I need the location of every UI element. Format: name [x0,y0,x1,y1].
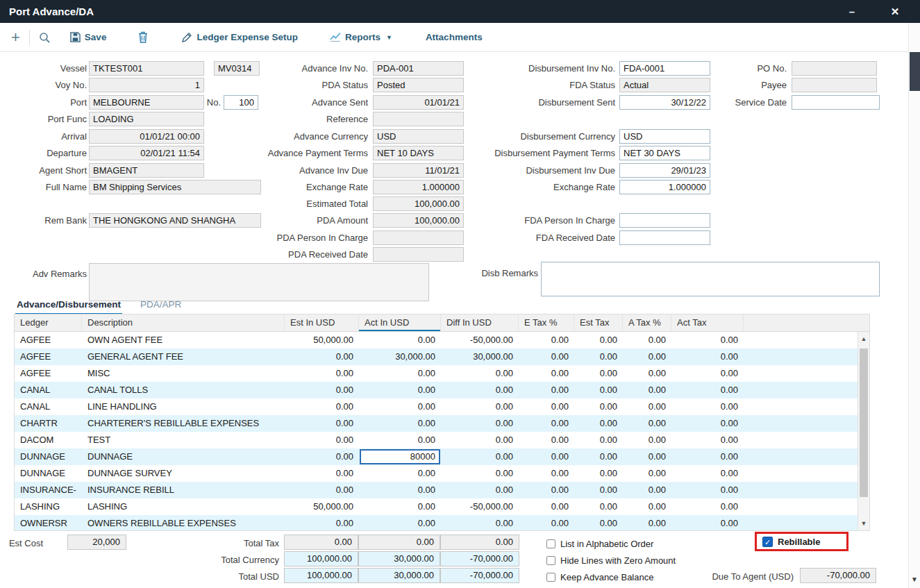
cell-est_tax[interactable]: 0.00 [574,398,623,415]
cell-act_tax[interactable]: 0.00 [671,382,744,398]
cell-diff[interactable]: 0.00 [441,465,519,482]
cell-description[interactable]: DUNNAGE SURVEY [82,465,285,482]
cell-etax_pct[interactable]: 0.00 [519,332,574,348]
cell-act_tax[interactable]: 0.00 [671,332,744,348]
table-row[interactable]: CANALCANAL TOLLS0.000.000.000.000.000.00… [15,382,869,398]
add-button[interactable]: + [11,31,20,44]
grid-scroll-up-icon[interactable]: ▲ [858,333,869,344]
cell-atax_pct[interactable]: 0.00 [623,365,671,382]
cell-ledger[interactable]: AGFEE [15,332,82,348]
cell-diff[interactable]: 0.00 [441,432,519,448]
departure-field[interactable]: 02/01/21 11:54 [89,146,204,160]
disbursement-payment-terms-field[interactable]: NET 30 DAYS [619,146,710,160]
cell-ledger[interactable]: OWNERSR [15,515,82,530]
cell-act[interactable]: 0.00 [359,398,441,415]
cell-etax_pct[interactable]: 0.00 [519,498,574,515]
table-row[interactable]: AGFEEGENERAL AGENT FEE0.0030,000.0030,00… [15,348,869,365]
cell-act_tax[interactable]: 0.00 [671,515,744,530]
cell-etax_pct[interactable]: 0.00 [519,448,574,465]
cell-atax_pct[interactable]: 0.00 [623,432,671,448]
cell-act_tax[interactable]: 0.00 [671,498,744,515]
cell-act[interactable]: 0.00 [359,415,441,432]
disbursement-exchange-rate-field[interactable]: 1.000000 [619,180,710,194]
cell-description[interactable]: GENERAL AGENT FEE [82,348,285,365]
port-func-field[interactable]: LOADING [89,112,204,126]
cell-diff[interactable]: 0.00 [441,365,519,382]
fda-received-date-field[interactable] [619,230,710,245]
cell-act[interactable]: 0.00 [359,482,441,498]
cell-act_tax[interactable]: 0.00 [671,482,744,498]
column-header-atax_pct[interactable]: A Tax % [623,314,671,331]
cell-atax_pct[interactable]: 0.00 [623,498,671,515]
cell-etax_pct[interactable]: 0.00 [519,365,574,382]
cell-act[interactable]: 0.00 [359,498,441,515]
agent-short-field[interactable]: BMAGENT [89,163,204,178]
cell-est[interactable]: 0.00 [285,415,359,432]
cell-diff[interactable]: 0.00 [441,515,519,530]
rebillable-checkbox-checked-icon[interactable]: ✓ [762,537,773,547]
cell-diff[interactable]: 30,000.00 [441,348,519,365]
po-no-field[interactable] [792,61,877,76]
cell-est_tax[interactable]: 0.00 [574,448,623,465]
cell-etax_pct[interactable]: 0.00 [519,382,574,398]
cell-act_tax[interactable]: 0.00 [671,448,744,465]
cell-act_tax[interactable]: 0.00 [671,365,744,382]
service-date-field[interactable] [792,95,880,110]
cell-atax_pct[interactable]: 0.00 [623,398,671,415]
cell-act_tax[interactable]: 0.00 [671,415,744,432]
cell-etax_pct[interactable]: 0.00 [519,398,574,415]
cell-diff[interactable]: -50,000.00 [441,498,519,515]
est-cost-field[interactable]: 20,000 [67,535,126,550]
cell-act[interactable]: 0.00 [359,382,441,398]
cell-description[interactable]: CANAL TOLLS [82,382,285,398]
cell-act[interactable]: 0.00 [359,332,441,348]
cell-ledger[interactable]: CANAL [15,382,82,398]
table-row[interactable]: CANALLINE HANDLING0.000.000.000.000.000.… [15,398,869,415]
cell-atax_pct[interactable]: 0.00 [623,482,671,498]
table-row[interactable]: INSURANCE-INSURANCE REBILL0.000.000.000.… [15,482,869,498]
checkbox-icon[interactable] [546,539,555,548]
table-row[interactable]: AGFEEMISC0.000.000.000.000.000.000.00 [15,365,869,382]
cell-est[interactable]: 0.00 [285,398,359,415]
cell-est[interactable]: 0.00 [285,432,359,448]
grid-scroll-down-icon[interactable]: ▼ [858,518,869,529]
adv-remarks-textarea[interactable] [89,263,429,301]
cell-etax_pct[interactable]: 0.00 [519,515,574,530]
cell-est_tax[interactable]: 0.00 [574,465,623,482]
cell-est[interactable]: 0.00 [285,382,359,398]
cell-est_tax[interactable]: 0.00 [574,348,623,365]
cell-description[interactable]: DUNNAGE [82,448,285,465]
cell-est[interactable]: 0.00 [285,515,359,530]
column-header-act[interactable]: Act In USD [359,314,441,331]
cell-act_tax[interactable]: 0.00 [671,398,744,415]
cell-est_tax[interactable]: 0.00 [574,482,623,498]
cell-ledger[interactable]: AGFEE [15,365,82,382]
checkbox-hide-zero-lines[interactable]: Hide Lines with Zero Amount [546,554,676,566]
cell-diff[interactable]: -50,000.00 [441,332,519,348]
checkbox-list-alphabetic[interactable]: List in Alphabetic Order [546,537,653,550]
cell-est[interactable]: 0.00 [285,465,359,482]
grid-scrollbar-thumb[interactable] [860,348,868,497]
voy-no-field[interactable]: 1 [89,78,204,92]
column-header-etax_pct[interactable]: E Tax % [519,314,574,331]
disbursement-inv-due-field[interactable]: 29/01/23 [619,163,710,178]
cell-act_tax[interactable]: 0.00 [671,432,744,448]
cell-diff[interactable]: 0.00 [441,415,519,432]
cell-etax_pct[interactable]: 0.00 [519,415,574,432]
reference-field[interactable] [373,112,464,126]
cell-description[interactable]: CHARTERER'S REBILLABLE EXPENSES [82,415,285,432]
cell-act_tax[interactable]: 0.00 [671,465,744,482]
table-row[interactable]: DUNNAGEDUNNAGE SURVEY0.000.000.000.000.0… [15,465,869,482]
cell-act[interactable]: 0.00 [359,365,441,382]
cell-est[interactable]: 50,000.00 [285,498,359,515]
cell-etax_pct[interactable]: 0.00 [519,465,574,482]
cell-ledger[interactable]: LASHING [15,498,82,515]
delete-button[interactable] [138,31,148,43]
vessel-field[interactable]: TKTEST001 [89,61,204,76]
estimated-total-field[interactable]: 100,000.00 [373,196,464,211]
cell-description[interactable]: OWNERS REBILLABLE EXPENSES [82,515,285,530]
cell-est_tax[interactable]: 0.00 [574,415,623,432]
grid-scrollbar[interactable]: ▲ ▼ [858,332,869,530]
cell-est[interactable]: 0.00 [285,365,359,382]
table-row[interactable]: LASHINGLASHING50,000.000.00-50,000.000.0… [15,498,869,515]
